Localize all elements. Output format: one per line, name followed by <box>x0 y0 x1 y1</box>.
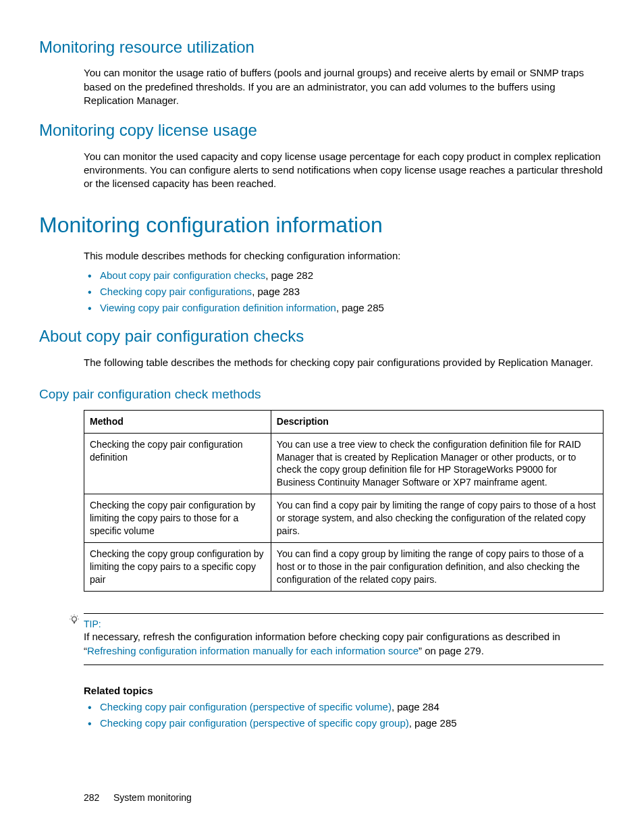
list-item: About copy pair configuration checks, pa… <box>84 269 603 282</box>
lightbulb-icon <box>69 615 80 625</box>
table-row: Checking the copy pair configuration def… <box>84 433 603 494</box>
related-link[interactable]: Checking copy pair configuration (perspe… <box>100 717 409 729</box>
related-suffix: , page 285 <box>409 717 457 729</box>
heading-about-checks: About copy pair configuration checks <box>39 325 603 347</box>
heading-check-methods: Copy pair configuration check methods <box>39 386 603 403</box>
svg-line-5 <box>71 615 72 616</box>
page-footer: 282 System monitoring <box>84 791 603 804</box>
methods-table: Method Description Checking the copy pai… <box>84 410 603 592</box>
list-item: Viewing copy pair configuration definiti… <box>84 301 603 315</box>
table-cell: You can find a copy group by limiting th… <box>271 542 603 591</box>
svg-line-6 <box>77 615 78 616</box>
table-cell: You can find a copy pair by limiting the… <box>271 494 603 543</box>
table-header: Description <box>271 410 603 433</box>
tip-block: TIP: If necessary, refresh the configura… <box>84 613 603 665</box>
tip-body: If necessary, refresh the configuration … <box>84 630 603 658</box>
heading-resource-utilization: Monitoring resource utilization <box>39 36 603 58</box>
heading-configuration-information: Monitoring configuration information <box>39 211 603 240</box>
page-number: 282 <box>84 791 111 804</box>
paragraph: You can monitor the usage ratio of buffe… <box>84 66 603 107</box>
footer-section: System monitoring <box>113 792 192 803</box>
table-cell: You can use a tree view to check the con… <box>271 433 603 494</box>
table-row: Checking the copy pair configuration by … <box>84 494 603 543</box>
table-cell: Checking the copy pair configuration def… <box>84 433 271 494</box>
related-list: Checking copy pair configuration (perspe… <box>84 700 603 731</box>
table-row: Checking the copy group configuration by… <box>84 542 603 591</box>
toc-link[interactable]: Checking copy pair configurations <box>100 286 252 297</box>
toc-list: About copy pair configuration checks, pa… <box>84 269 603 315</box>
list-item: Checking copy pair configuration (perspe… <box>84 716 603 730</box>
table-header: Method <box>84 410 271 433</box>
list-item: Checking copy pair configurations, page … <box>84 285 603 298</box>
toc-suffix: , page 282 <box>265 269 313 281</box>
table-cell: Checking the copy pair configuration by … <box>84 494 271 543</box>
list-item: Checking copy pair configuration (perspe… <box>84 700 603 714</box>
tip-link[interactable]: Refreshing configuration information man… <box>87 645 419 656</box>
svg-point-0 <box>72 617 77 621</box>
tip-label: TIP: <box>84 618 603 631</box>
related-topics-heading: Related topics <box>84 684 603 698</box>
toc-suffix: , page 285 <box>336 302 384 313</box>
toc-link[interactable]: About copy pair configuration checks <box>100 269 265 281</box>
paragraph: You can monitor the used capacity and co… <box>84 150 603 191</box>
paragraph: This module describes methods for checki… <box>84 249 603 263</box>
table-cell: Checking the copy group configuration by… <box>84 542 271 591</box>
paragraph: The following table describes the method… <box>84 356 603 369</box>
tip-text: ” on page 279. <box>419 645 484 656</box>
toc-suffix: , page 283 <box>252 286 300 297</box>
toc-link[interactable]: Viewing copy pair configuration definiti… <box>100 302 336 313</box>
heading-copy-license-usage: Monitoring copy license usage <box>39 120 603 141</box>
related-link[interactable]: Checking copy pair configuration (perspe… <box>100 701 392 712</box>
table-header-row: Method Description <box>84 410 603 433</box>
related-suffix: , page 284 <box>392 701 439 712</box>
